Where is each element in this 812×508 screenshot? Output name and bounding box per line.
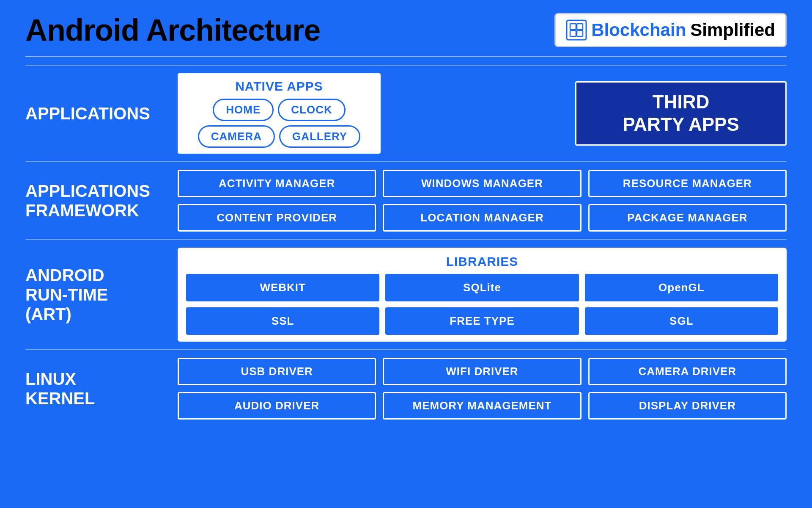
chip-camera: CAMERA xyxy=(198,125,275,148)
lib-freetype: FREE TYPE xyxy=(385,307,579,335)
chip-home: HOME xyxy=(213,99,274,121)
art-label: ANDROIDRUN-TIME(ART) xyxy=(25,240,169,349)
native-apps-block: NATIVE APPS HOME CLOCK CAMERA GALLERY xyxy=(178,73,381,154)
fw-windows-manager: WINDOWS MANAGER xyxy=(383,170,581,197)
art-row: ANDROIDRUN-TIME(ART) LIBRARIES WEBKIT SQ… xyxy=(25,239,787,349)
svg-rect-3 xyxy=(570,30,576,36)
framework-grid: ACTIVITY MANAGER WINDOWS MANAGER RESOURC… xyxy=(178,170,787,232)
third-party-block: THIRDPARTY APPS xyxy=(575,81,787,146)
art-content: LIBRARIES WEBKIT SQLite OpenGL SSL FREE … xyxy=(169,240,787,349)
header: Android Architecture Blockchain Simplifi… xyxy=(25,13,787,47)
page-title: Android Architecture xyxy=(25,13,320,47)
framework-row: APPLICATIONSFRAMEWORK ACTIVITY MANAGER W… xyxy=(25,161,787,239)
svg-rect-4 xyxy=(577,30,583,36)
logo-blockchain-text: Blockchain xyxy=(591,20,686,40)
lib-opengl: OpenGL xyxy=(585,274,778,301)
fw-activity-manager: ACTIVITY MANAGER xyxy=(178,170,376,197)
chip-clock: CLOCK xyxy=(278,99,345,121)
lib-webkit: WEBKIT xyxy=(186,274,379,301)
arch-table: APPLICATIONS NATIVE APPS HOME CLOCK CAME… xyxy=(25,65,787,427)
native-apps-title: NATIVE APPS xyxy=(186,79,372,94)
libraries-title: LIBRARIES xyxy=(186,254,778,269)
svg-rect-1 xyxy=(570,24,576,30)
lib-sgl: SGL xyxy=(585,307,778,335)
lib-sqlite: SQLite xyxy=(385,274,579,301)
fw-location-manager: LOCATION MANAGER xyxy=(383,204,581,232)
framework-content: ACTIVITY MANAGER WINDOWS MANAGER RESOURC… xyxy=(169,162,787,239)
fw-resource-manager: RESOURCE MANAGER xyxy=(588,170,787,197)
applications-row: APPLICATIONS NATIVE APPS HOME CLOCK CAME… xyxy=(25,65,787,161)
native-apps-chips: HOME CLOCK CAMERA GALLERY xyxy=(186,99,372,148)
kernel-display-driver: DISPLAY DRIVER xyxy=(588,392,787,420)
third-party-text: THIRDPARTY APPS xyxy=(623,91,739,136)
applications-content: NATIVE APPS HOME CLOCK CAMERA GALLERY TH… xyxy=(169,66,787,161)
kernel-audio-driver: AUDIO DRIVER xyxy=(178,392,376,420)
kernel-memory-management: MEMORY MANAGEMENT xyxy=(383,392,581,420)
kernel-wifi-driver: WIFI DRIVER xyxy=(383,358,581,385)
kernel-usb-driver: USB DRIVER xyxy=(178,358,376,385)
framework-label: APPLICATIONSFRAMEWORK xyxy=(25,162,169,239)
kernel-label: LINUXKERNEL xyxy=(25,350,169,427)
kernel-content: USB DRIVER WIFI DRIVER CAMERA DRIVER AUD… xyxy=(169,350,787,427)
blockchain-logo-icon xyxy=(566,19,587,41)
svg-rect-0 xyxy=(567,20,586,40)
kernel-grid: USB DRIVER WIFI DRIVER CAMERA DRIVER AUD… xyxy=(178,358,787,420)
libraries-grid: WEBKIT SQLite OpenGL SSL FREE TYPE SGL xyxy=(186,274,778,335)
kernel-camera-driver: CAMERA DRIVER xyxy=(588,358,787,385)
fw-content-provider: CONTENT PROVIDER xyxy=(178,204,376,232)
page-container: Android Architecture Blockchain Simplifi… xyxy=(0,0,812,508)
chip-gallery: GALLERY xyxy=(279,125,360,148)
svg-rect-2 xyxy=(577,24,583,30)
lib-ssl: SSL xyxy=(186,307,379,335)
libraries-block: LIBRARIES WEBKIT SQLite OpenGL SSL FREE … xyxy=(178,248,787,342)
fw-package-manager: PACKAGE MANAGER xyxy=(588,204,787,232)
logo-simplified-text: Simplified xyxy=(690,20,775,40)
kernel-row: LINUXKERNEL USB DRIVER WIFI DRIVER CAMER… xyxy=(25,349,787,427)
header-divider xyxy=(25,56,787,57)
applications-label: APPLICATIONS xyxy=(25,66,169,161)
logo-box: Blockchain Simplified xyxy=(554,13,787,47)
